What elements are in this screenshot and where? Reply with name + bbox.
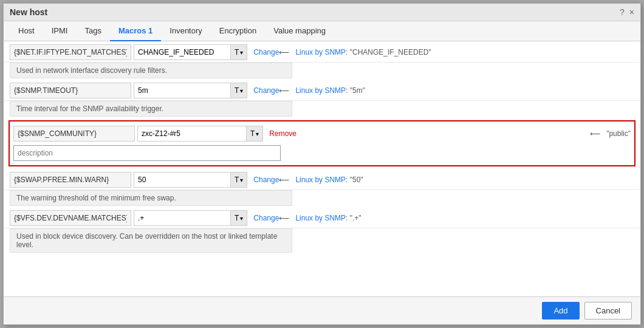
macro-value-input-2[interactable] (134, 83, 231, 98)
macro-desc-5: Used in block device discovery. Can be o… (10, 228, 292, 253)
macro-block-2: T Change ⟵ Linux by SNMP: "5m" Time inte… (4, 80, 640, 118)
macro-block-5: T Change ⟵ Linux by SNMP: ".+" Used in b… (4, 207, 640, 254)
macro-type-btn-2[interactable]: T (231, 83, 247, 98)
macro-arrow-2: ⟵ (279, 86, 289, 95)
tabs-bar: Host IPMI Tags Macros 1 Inventory Encryp… (4, 21, 640, 41)
macro-desc-2: Time interval for the SNMP availability … (10, 101, 292, 117)
macro-inherited-4: Linux by SNMP: "50" (295, 176, 363, 184)
macro-inherited-2: Linux by SNMP: "5m" (295, 86, 365, 95)
macro-arrow-4: ⟵ (279, 176, 289, 184)
tab-inventory[interactable]: Inventory (161, 21, 210, 41)
macro-remove-link-3[interactable]: Remove (269, 129, 296, 138)
help-icon[interactable]: ? (620, 7, 625, 17)
modal-header-icons: ? × (620, 7, 634, 17)
cancel-button[interactable]: Cancel (584, 302, 632, 319)
macro-value-input-1[interactable] (134, 44, 231, 60)
macro-block-highlighted: T Remove ⟵ "public" (9, 120, 635, 166)
macro-name-input-2[interactable] (10, 83, 131, 98)
macro-arrow-5: ⟵ (279, 214, 289, 222)
macro-desc-1: Used in network interface discovery rule… (10, 63, 292, 78)
macro-arrow-3: ⟵ (590, 129, 600, 138)
add-button[interactable]: Add (542, 302, 579, 319)
tab-host[interactable]: Host (10, 21, 43, 41)
macro-inherited-3: "public" (606, 129, 631, 138)
macro-change-link-5[interactable]: Change (253, 214, 279, 222)
macro-name-input-4[interactable] (10, 172, 131, 188)
macro-row-4: T Change ⟵ Linux by SNMP: "50" (4, 170, 640, 190)
macro-row-5: T Change ⟵ Linux by SNMP: ".+" (4, 208, 640, 228)
macro-row-2: T Change ⟵ Linux by SNMP: "5m" (4, 81, 640, 101)
tab-ipmi[interactable]: IPMI (43, 21, 77, 41)
macro-value-input-5[interactable] (134, 210, 231, 226)
macro-row-3: T Remove ⟵ "public" (12, 124, 632, 143)
macro-value-input-3[interactable] (137, 126, 247, 142)
macro-arrow-1: ⟵ (279, 48, 289, 56)
macro-type-btn-4[interactable]: T (231, 172, 247, 188)
macro-type-btn-5[interactable]: T (231, 210, 247, 226)
macro-name-input-1[interactable] (10, 44, 131, 60)
modal-header: New host ? × (4, 4, 640, 21)
macro-desc-row-3 (12, 143, 632, 163)
macro-desc-4: The warning threshold of the minimum fre… (10, 190, 292, 206)
macro-name-input-3[interactable] (13, 126, 135, 142)
macro-type-btn-1[interactable]: T (231, 44, 247, 60)
macro-inherited-5: Linux by SNMP: ".+" (295, 214, 361, 222)
tab-tags[interactable]: Tags (76, 21, 109, 41)
tab-value-mapping[interactable]: Value mapping (265, 21, 334, 41)
macro-block-1: T Change ⟵ Linux by SNMP: "CHANGE_IF_NEE… (4, 41, 640, 80)
macro-row-1: T Change ⟵ Linux by SNMP: "CHANGE_IF_NEE… (4, 43, 640, 63)
new-host-modal: New host ? × Host IPMI Tags Macros 1 Inv… (3, 3, 641, 325)
modal-footer: Add Cancel (4, 296, 640, 324)
macro-value-input-4[interactable] (134, 172, 231, 188)
macro-inherited-1: Linux by SNMP: "CHANGE_IF_NEEDED" (295, 48, 431, 56)
tab-macros[interactable]: Macros 1 (110, 21, 161, 41)
macros-scroll-area: T Change ⟵ Linux by SNMP: "CHANGE_IF_NEE… (4, 41, 640, 296)
macro-type-btn-3[interactable]: T (247, 126, 263, 142)
macro-desc-input-3[interactable] (13, 145, 281, 161)
macro-name-input-5[interactable] (10, 210, 131, 226)
macro-change-link-4[interactable]: Change (253, 176, 279, 184)
close-icon[interactable]: × (629, 7, 634, 17)
tab-encryption[interactable]: Encryption (211, 21, 265, 41)
modal-title: New host (10, 7, 47, 17)
macro-change-link-1[interactable]: Change (253, 48, 279, 56)
macro-change-link-2[interactable]: Change (253, 86, 279, 95)
macro-block-4: T Change ⟵ Linux by SNMP: "50" The warni… (4, 169, 640, 207)
